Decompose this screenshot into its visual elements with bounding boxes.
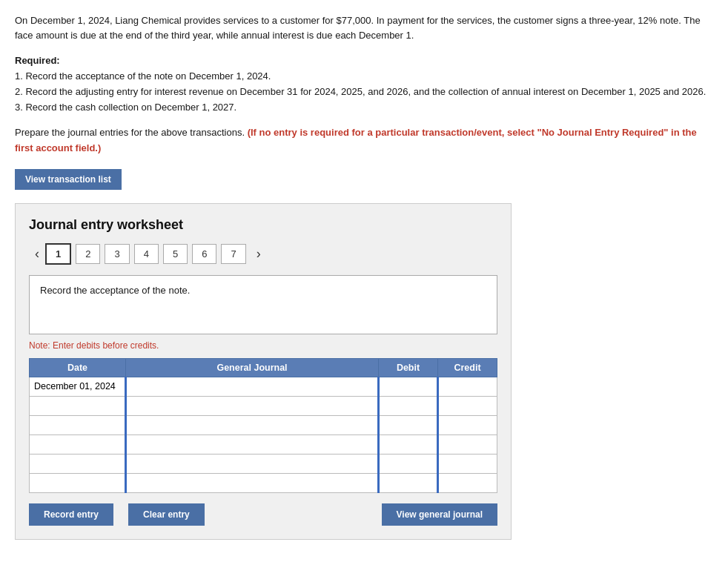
general-journal-input-4[interactable] — [127, 455, 377, 473]
tab-5[interactable]: 5 — [163, 244, 188, 264]
tab-6[interactable]: 6 — [192, 244, 216, 264]
table-row — [30, 434, 497, 454]
general-journal-input-5[interactable] — [127, 474, 377, 492]
required-label: Required: — [15, 55, 60, 66]
debit-cell-4[interactable] — [379, 454, 438, 473]
credit-cell-2[interactable] — [438, 415, 497, 434]
table-row — [30, 473, 497, 492]
general-journal-cell-2[interactable] — [126, 415, 379, 434]
view-transaction-list-button[interactable]: View transaction list — [15, 169, 122, 190]
prepare-text: Prepare the journal entries for the abov… — [15, 125, 713, 155]
action-buttons: Record entry Clear entry View general jo… — [29, 503, 497, 526]
intro-paragraph: On December 1, 2024, Liang Chemical prov… — [15, 13, 713, 43]
date-cell-5[interactable] — [30, 473, 126, 492]
general-journal-cell-4[interactable] — [126, 454, 379, 473]
debit-input-0[interactable] — [380, 377, 437, 396]
credit-cell-3[interactable] — [438, 434, 497, 454]
debit-cell-1[interactable] — [379, 396, 438, 415]
credit-cell-0[interactable] — [438, 377, 497, 396]
credit-input-1[interactable] — [439, 397, 497, 415]
note-text: Note: Enter debits before credits. — [29, 340, 497, 351]
date-input-3[interactable] — [30, 435, 125, 454]
tab-7[interactable]: 7 — [221, 244, 245, 264]
col-header-debit: Debit — [379, 358, 438, 377]
date-cell-2[interactable] — [30, 415, 126, 434]
table-row — [30, 454, 497, 473]
credit-input-2[interactable] — [439, 416, 497, 434]
date-input-0[interactable] — [30, 377, 125, 396]
credit-input-0[interactable] — [439, 377, 497, 396]
col-header-gj: General Journal — [126, 358, 379, 377]
journal-table: Date General Journal Debit Credit — [29, 358, 497, 493]
record-entry-button[interactable]: Record entry — [29, 503, 113, 526]
col-header-date: Date — [30, 358, 126, 377]
debit-cell-3[interactable] — [379, 434, 438, 454]
debit-input-1[interactable] — [380, 397, 437, 415]
general-journal-cell-0[interactable] — [126, 377, 379, 396]
debit-cell-5[interactable] — [379, 473, 438, 492]
debit-input-2[interactable] — [380, 416, 437, 434]
date-input-1[interactable] — [30, 397, 125, 415]
credit-cell-5[interactable] — [438, 473, 497, 492]
date-cell-0[interactable] — [30, 377, 126, 396]
table-row — [30, 415, 497, 434]
date-input-2[interactable] — [30, 416, 125, 434]
date-cell-4[interactable] — [30, 454, 126, 473]
tab-1[interactable]: 1 — [45, 243, 71, 265]
prev-tab-arrow[interactable]: ‹ — [29, 243, 45, 265]
required-item-1: 1. Record the acceptance of the note on … — [15, 70, 271, 82]
tab-3[interactable]: 3 — [105, 244, 129, 264]
credit-input-3[interactable] — [439, 435, 497, 454]
tab-2[interactable]: 2 — [76, 244, 100, 264]
general-journal-cell-1[interactable] — [126, 396, 379, 415]
required-item-3: 3. Record the cash collection on Decembe… — [15, 102, 236, 113]
col-header-credit: Credit — [438, 358, 497, 377]
table-row — [30, 377, 497, 396]
general-journal-input-0[interactable] — [127, 377, 377, 396]
date-cell-1[interactable] — [30, 396, 126, 415]
general-journal-cell-5[interactable] — [126, 473, 379, 492]
view-general-journal-button[interactable]: View general journal — [382, 503, 497, 526]
journal-entry-worksheet: Journal entry worksheet ‹ 1 2 3 4 5 6 7 … — [15, 203, 512, 540]
date-input-5[interactable] — [30, 474, 125, 492]
credit-cell-4[interactable] — [438, 454, 497, 473]
date-cell-3[interactable] — [30, 434, 126, 454]
credit-cell-1[interactable] — [438, 396, 497, 415]
worksheet-title: Journal entry worksheet — [29, 217, 497, 233]
debit-cell-0[interactable] — [379, 377, 438, 396]
general-journal-cell-3[interactable] — [126, 434, 379, 454]
tab-navigation: ‹ 1 2 3 4 5 6 7 › — [29, 243, 497, 265]
entry-description: Record the acceptance of the note. — [29, 275, 497, 334]
required-section: Required: 1. Record the acceptance of th… — [15, 53, 713, 115]
debit-input-4[interactable] — [380, 455, 437, 473]
credit-input-5[interactable] — [439, 474, 497, 492]
date-input-4[interactable] — [30, 455, 125, 473]
tab-4[interactable]: 4 — [134, 244, 159, 264]
next-tab-arrow[interactable]: › — [251, 243, 267, 265]
general-journal-input-3[interactable] — [127, 435, 377, 454]
debit-input-5[interactable] — [380, 474, 437, 492]
general-journal-input-1[interactable] — [127, 397, 377, 415]
clear-entry-button[interactable]: Clear entry — [128, 503, 205, 526]
credit-input-4[interactable] — [439, 455, 497, 473]
table-row — [30, 396, 497, 415]
general-journal-input-2[interactable] — [127, 416, 377, 434]
debit-input-3[interactable] — [380, 435, 437, 454]
debit-cell-2[interactable] — [379, 415, 438, 434]
required-item-2: 2. Record the adjusting entry for intere… — [15, 86, 706, 97]
